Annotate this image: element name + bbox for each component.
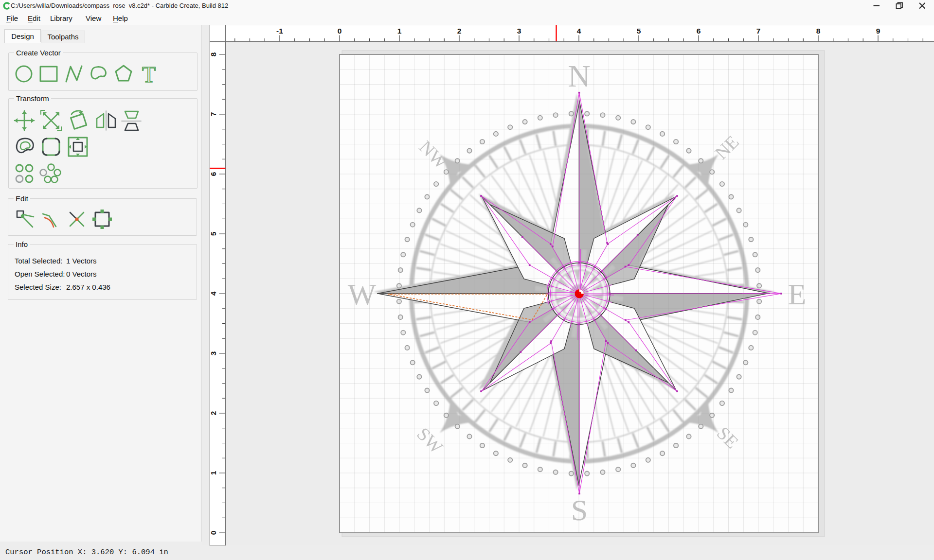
svg-text:9: 9 [876,27,880,35]
svg-text:S: S [571,493,588,526]
svg-text:W: W [348,278,377,311]
svg-text:7: 7 [209,112,217,117]
svg-text:1: 1 [209,471,217,475]
svg-text:6: 6 [209,172,217,176]
svg-text:7: 7 [756,27,761,35]
svg-text:6: 6 [697,27,701,35]
svg-text:3: 3 [209,351,217,355]
svg-text:T: T [142,63,156,85]
svg-text:2: 2 [209,411,217,416]
svg-text:1: 1 [397,27,402,35]
svg-text:4: 4 [209,291,217,296]
svg-text:8: 8 [209,52,217,56]
svg-text:8: 8 [816,27,821,35]
svg-text:2: 2 [457,27,462,35]
svg-text:E: E [788,278,807,311]
svg-text:0: 0 [338,27,342,35]
svg-text:5: 5 [209,231,217,236]
svg-text:0: 0 [209,531,217,535]
svg-text:5: 5 [637,27,641,35]
svg-text:3: 3 [517,27,521,35]
svg-text:-1: -1 [276,27,283,35]
svg-text:4: 4 [577,27,581,35]
